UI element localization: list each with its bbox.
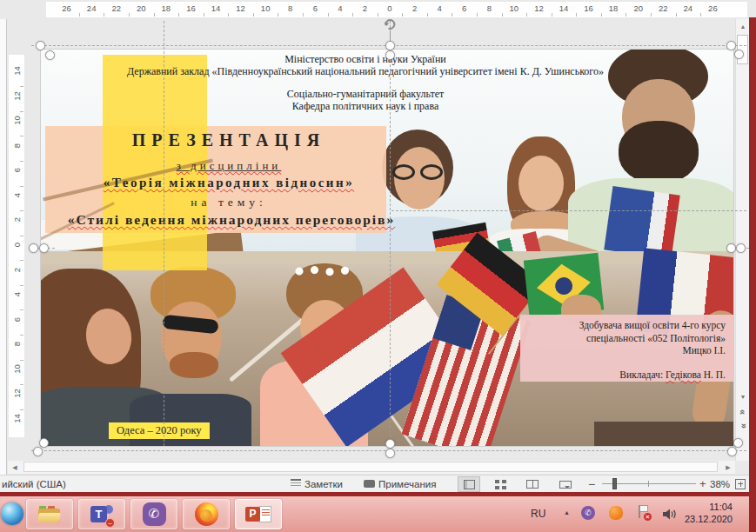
slide-sorter-icon xyxy=(495,480,506,489)
ruler-number: 2 xyxy=(12,212,22,228)
photo-crowd xyxy=(594,422,733,446)
selection-handle[interactable] xyxy=(727,447,737,456)
vertical-scrollbar[interactable]: ▲ ▼ « « xyxy=(735,19,749,461)
slide-sorter-view-button[interactable] xyxy=(489,476,512,492)
scroll-left-button[interactable]: ◀ xyxy=(8,461,22,474)
clock-time: 11:04 xyxy=(672,501,733,513)
tray-action-center-flag-icon[interactable]: ✕ xyxy=(637,505,651,521)
normal-view-button[interactable] xyxy=(458,476,480,492)
ruler-number: 22 xyxy=(654,3,672,13)
next-slide-button[interactable]: « xyxy=(736,419,750,432)
selection-handle[interactable] xyxy=(33,447,43,456)
credits-text-box[interactable]: Здобувача вищої освіти 4-го курсу спеціа… xyxy=(520,315,733,382)
ruler-number: 12 xyxy=(12,386,22,402)
institution-text-box[interactable]: Міністерство освіти і науки України Держ… xyxy=(48,54,683,112)
slideshow-icon xyxy=(559,481,572,489)
slideshow-view-button[interactable] xyxy=(555,476,576,492)
ruler-number: 16 xyxy=(182,3,199,13)
powerpoint-window: 2624222018161412108642024681012141618202… xyxy=(0,0,756,532)
notes-button[interactable]: Заметки xyxy=(291,475,343,492)
slide-canvas[interactable]: Міністерство освіти і науки України Держ… xyxy=(41,50,733,446)
ruler-number: 4 xyxy=(331,3,349,13)
zoom-slider-thumb[interactable] xyxy=(612,478,617,489)
rotation-handle-icon[interactable] xyxy=(382,17,398,36)
selection-handle[interactable] xyxy=(385,449,395,458)
zoom-in-button[interactable]: + xyxy=(699,475,706,492)
taskbar-microsoft-teams[interactable]: T – xyxy=(78,499,125,529)
ruler-number: 6 xyxy=(456,3,473,13)
ruler-number: 6 xyxy=(12,163,22,178)
taskbar: T – ✆ P RU ▲ ✆ ✕ xyxy=(0,496,756,532)
selection-handle[interactable] xyxy=(385,50,395,60)
start-button[interactable] xyxy=(1,502,23,525)
footer-label[interactable]: Одеса – 2020 року xyxy=(109,422,210,439)
taskbar-clock[interactable]: 11:04 23.12.2020 xyxy=(672,501,733,525)
fit-to-window-button[interactable] xyxy=(735,475,746,492)
horizontal-ruler[interactable]: 2624222018161412108642024681012141618202… xyxy=(46,2,747,17)
ruler-number: 0 xyxy=(12,236,22,252)
presentation-title: ПРЕЗЕНТАЦІЯ xyxy=(41,130,417,150)
selection-handle[interactable] xyxy=(45,50,55,60)
thumbnail-pane-edge[interactable] xyxy=(0,19,7,475)
selection-handle[interactable] xyxy=(39,438,49,448)
picture-boundary-guide[interactable] xyxy=(391,210,746,211)
language-indicator[interactable]: ийский (США) xyxy=(2,475,66,492)
selection-handle[interactable] xyxy=(726,243,736,253)
ruler-number: 4 xyxy=(12,287,22,303)
ruler-number: 8 xyxy=(480,3,498,13)
ruler-number: 4 xyxy=(431,3,448,13)
selection-handle[interactable] xyxy=(385,41,395,50)
tray-language-indicator[interactable]: RU xyxy=(531,508,545,520)
photo-person-glasses xyxy=(420,164,443,180)
horizontal-scrollbar[interactable]: ◀ ▶ xyxy=(8,461,735,474)
vertical-guide-left[interactable] xyxy=(164,21,164,446)
zoom-slider[interactable] xyxy=(602,483,696,484)
selection-handle[interactable] xyxy=(39,243,49,253)
photo-flower-crown xyxy=(293,265,354,277)
tray-hidden-icons-chevron[interactable]: ▲ xyxy=(564,509,570,515)
ruler-number: 12 xyxy=(12,88,22,103)
scroll-right-button[interactable]: ▶ xyxy=(721,461,735,474)
scroll-down-button[interactable]: ▼ xyxy=(736,389,750,403)
status-bar: ийский (США) Заметки Примечания − xyxy=(0,475,756,492)
hscrollbar-thumb[interactable] xyxy=(23,462,718,472)
vertical-guide-center[interactable] xyxy=(390,21,391,454)
vertical-ruler[interactable]: 141210864202468101214 xyxy=(9,55,24,437)
reading-view-icon xyxy=(526,480,539,489)
reading-view-button[interactable] xyxy=(522,476,543,492)
powerpoint-icon: P xyxy=(245,505,271,524)
selection-handle[interactable] xyxy=(29,243,38,253)
previous-slide-button[interactable]: « xyxy=(736,405,750,418)
ruler-number: 8 xyxy=(282,3,299,13)
ruler-number: 8 xyxy=(12,336,22,352)
tray-avast-icon[interactable] xyxy=(609,506,623,520)
taskbar-powerpoint[interactable]: P xyxy=(235,499,282,529)
ruler-number: 6 xyxy=(12,311,22,327)
taskbar-file-explorer[interactable] xyxy=(26,499,73,529)
zoom-out-button[interactable]: − xyxy=(588,475,595,492)
taskbar-firefox[interactable] xyxy=(183,499,230,529)
ruler-number: 14 xyxy=(12,410,22,426)
ruler-number: 18 xyxy=(157,3,175,13)
discipline-label: з дисципліни xyxy=(41,159,417,173)
selection-handle[interactable] xyxy=(734,50,744,59)
flag-france-icon xyxy=(604,186,680,259)
tray-viber-icon[interactable]: ✆ xyxy=(581,506,595,520)
zoom-level[interactable]: 38% xyxy=(710,475,730,492)
ruler-number: 2 xyxy=(356,3,373,13)
selection-handle[interactable] xyxy=(36,41,45,50)
selection-handle[interactable] xyxy=(726,41,736,50)
photo-person-face xyxy=(518,156,564,211)
topic-label: на тему: xyxy=(41,196,417,209)
ruler-number: 14 xyxy=(555,3,572,13)
scroll-up-button[interactable]: ▲ xyxy=(736,19,750,33)
comments-button[interactable]: Примечания xyxy=(364,475,436,492)
ruler-number: 0 xyxy=(381,3,398,13)
comments-icon xyxy=(364,480,375,488)
ruler-number: 16 xyxy=(580,3,598,13)
selection-handle[interactable] xyxy=(736,243,746,253)
selection-handle[interactable] xyxy=(385,439,395,449)
ruler-number: 26 xyxy=(704,3,721,13)
taskbar-viber[interactable]: ✆ xyxy=(130,499,177,529)
selection-handle[interactable] xyxy=(733,438,743,448)
